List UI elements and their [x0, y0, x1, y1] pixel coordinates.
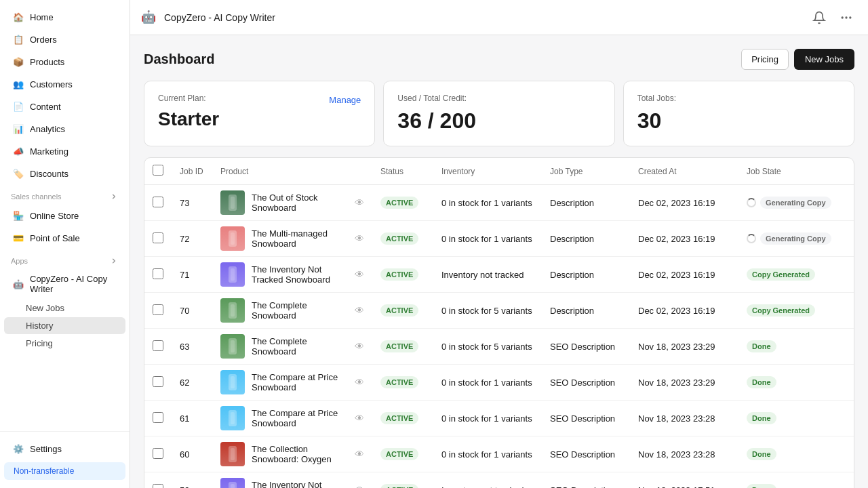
- row-checkbox[interactable]: [153, 412, 163, 423]
- select-all-checkbox[interactable]: [153, 165, 163, 176]
- page-header: Dashboard Pricing New Jobs: [144, 49, 854, 70]
- sidebar-item-settings[interactable]: ⚙️ Settings: [4, 438, 125, 460]
- new-jobs-button[interactable]: New Jobs: [794, 49, 854, 70]
- row-job-id: 59: [172, 472, 212, 489]
- more-options-icon[interactable]: [835, 7, 857, 28]
- pricing-button[interactable]: Pricing: [741, 49, 789, 70]
- svg-point-2: [849, 16, 851, 18]
- row-job-state: Generating Copy: [738, 185, 854, 221]
- product-name: The Out of Stock Snowboard: [252, 192, 344, 213]
- row-checkbox[interactable]: [153, 340, 163, 351]
- row-job-id: 63: [172, 329, 212, 365]
- row-inventory: 0 in stock for 1 variants: [433, 221, 542, 257]
- status-badge: ACTIVE: [380, 232, 418, 245]
- analytics-icon: 📊: [12, 123, 24, 135]
- view-product-icon[interactable]: 👁: [355, 197, 364, 208]
- copyzero-icon: 🤖: [12, 278, 24, 290]
- row-job-type: SEO Description: [542, 329, 630, 365]
- manage-link[interactable]: Manage: [329, 95, 361, 105]
- product-thumbnail: [220, 406, 245, 430]
- table-row: 70 The Complete Snowboard 👁 ACTIVE 0 in …: [144, 293, 854, 329]
- jobs-table-container: Job ID Product Status Inventory Job Type…: [144, 157, 854, 488]
- view-product-icon[interactable]: 👁: [355, 377, 364, 388]
- notification-icon[interactable]: [808, 7, 830, 28]
- view-product-icon[interactable]: 👁: [355, 449, 364, 460]
- view-product-icon[interactable]: 👁: [355, 413, 364, 424]
- row-status: ACTIVE: [372, 293, 433, 329]
- row-job-type: Description: [542, 185, 630, 221]
- row-checkbox[interactable]: [153, 376, 163, 387]
- sidebar-item-home[interactable]: 🏠Home: [4, 6, 125, 28]
- sidebar-item-point-of-sale[interactable]: 💳Point of Sale: [4, 227, 125, 249]
- row-job-type: SEO Description: [542, 472, 630, 489]
- row-checkbox[interactable]: [153, 268, 163, 279]
- view-product-icon[interactable]: 👁: [355, 341, 364, 352]
- table-row: 63 The Complete Snowboard 👁 ACTIVE 0 in …: [144, 329, 854, 365]
- spinner-icon: [747, 234, 756, 243]
- row-checkbox[interactable]: [153, 484, 163, 489]
- row-product: The Inventory Not Tracked Snowboard 👁: [212, 472, 372, 489]
- product-thumbnail: [220, 262, 245, 287]
- sidebar-item-discounts[interactable]: 🏷️Discounts: [4, 163, 125, 184]
- job-state-badge: Done: [747, 412, 776, 424]
- view-product-icon[interactable]: 👁: [355, 485, 364, 488]
- main-content: 🤖 CopyZero - AI Copy Writer Dashboard Pr…: [130, 0, 868, 488]
- sidebar-item-copyzero[interactable]: 🤖CopyZero - AI Copy Writer: [4, 269, 125, 299]
- sidebar-sub-item-new-jobs[interactable]: New Jobs: [4, 300, 125, 317]
- sidebar-item-online-store[interactable]: 🏪Online Store: [4, 205, 125, 226]
- sidebar-item-products[interactable]: 📦Products: [4, 51, 125, 73]
- row-checkbox[interactable]: [153, 197, 163, 207]
- row-product: The Complete Snowboard 👁: [212, 293, 372, 329]
- product-thumbnail: [220, 334, 245, 359]
- spinner-icon: [747, 198, 756, 207]
- sidebar-sub-item-history[interactable]: History: [4, 317, 125, 334]
- sidebar-item-content[interactable]: 📄Content: [4, 96, 125, 117]
- row-inventory: 0 in stock for 5 variants: [433, 293, 542, 329]
- header-actions: Pricing New Jobs: [741, 49, 854, 70]
- row-checkbox[interactable]: [153, 232, 163, 243]
- job-state-badge: Generating Copy: [760, 232, 831, 245]
- current-plan-card: Current Plan: Manage Starter: [144, 81, 375, 146]
- row-job-type: Description: [542, 221, 630, 257]
- svg-point-0: [842, 16, 844, 18]
- row-job-id: 73: [172, 185, 212, 221]
- col-header-status: Status: [372, 158, 433, 185]
- row-created-at: Dec 02, 2023 16:19: [630, 257, 738, 293]
- sidebar-item-analytics[interactable]: 📊Analytics: [4, 118, 125, 140]
- row-checkbox[interactable]: [153, 448, 163, 459]
- row-job-id: 71: [172, 257, 212, 293]
- svg-point-1: [845, 16, 847, 18]
- row-created-at: Dec 02, 2023 16:19: [630, 185, 738, 221]
- stats-row: Current Plan: Manage Starter Used / Tota…: [144, 81, 854, 146]
- col-header-inventory: Inventory: [433, 158, 542, 185]
- row-created-at: Dec 02, 2023 16:19: [630, 293, 738, 329]
- settings-icon: ⚙️: [12, 443, 24, 455]
- table-row: 73 The Out of Stock Snowboard 👁 ACTIVE 0…: [144, 185, 854, 221]
- row-status: ACTIVE: [372, 185, 433, 221]
- row-job-state: Done: [738, 365, 854, 401]
- row-job-id: 72: [172, 221, 212, 257]
- row-inventory: 0 in stock for 1 variants: [433, 401, 542, 436]
- product-thumbnail: [220, 478, 245, 488]
- table-header: Job ID Product Status Inventory Job Type…: [144, 158, 854, 185]
- row-checkbox-cell: [144, 472, 172, 489]
- view-product-icon[interactable]: 👁: [355, 305, 364, 316]
- table-body: 73 The Out of Stock Snowboard 👁 ACTIVE 0…: [144, 185, 854, 489]
- credit-value: 36 / 200: [397, 108, 600, 134]
- sidebar-item-customers[interactable]: 👥Customers: [4, 73, 125, 95]
- row-job-type: Description: [542, 257, 630, 293]
- row-status: ACTIVE: [372, 329, 433, 365]
- sidebar-item-orders[interactable]: 📋Orders: [4, 28, 125, 50]
- non-transferable-badge[interactable]: Non-transferable: [4, 462, 125, 480]
- product-thumbnail: [220, 298, 245, 323]
- col-header-product: Product: [212, 158, 372, 185]
- col-header-jobid: Job ID: [172, 158, 212, 185]
- view-product-icon[interactable]: 👁: [355, 269, 364, 280]
- view-product-icon[interactable]: 👁: [355, 233, 364, 244]
- row-job-state: Copy Generated: [738, 257, 854, 293]
- sidebar-item-marketing[interactable]: 📣Marketing: [4, 140, 125, 162]
- row-inventory: Inventory not tracked: [433, 257, 542, 293]
- row-checkbox[interactable]: [153, 304, 163, 315]
- sidebar-sub-item-pricing[interactable]: Pricing: [4, 335, 125, 352]
- svg-rect-10: [231, 304, 235, 317]
